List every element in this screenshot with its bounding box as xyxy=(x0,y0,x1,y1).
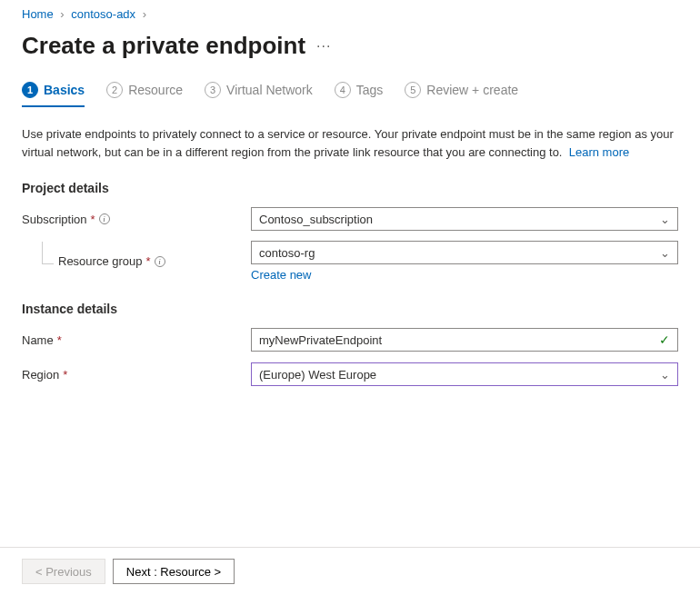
required-asterisk: * xyxy=(146,254,151,268)
row-name: Name * myNewPrivateEndpoint ✓ xyxy=(22,327,678,352)
label-name: Name xyxy=(22,333,54,347)
region-value: (Europe) West Europe xyxy=(259,368,376,382)
label-region: Region xyxy=(22,368,59,382)
tab-basics[interactable]: 1 Basics xyxy=(22,76,85,107)
more-icon[interactable]: ··· xyxy=(316,38,331,55)
step-number: 5 xyxy=(405,82,421,98)
name-input[interactable]: myNewPrivateEndpoint ✓ xyxy=(251,328,678,352)
tab-label: Resource xyxy=(128,83,183,97)
step-number: 4 xyxy=(335,82,351,98)
required-asterisk: * xyxy=(57,333,62,347)
breadcrumb-separator: › xyxy=(60,7,64,21)
page-title: Create a private endpoint xyxy=(22,32,305,60)
previous-button: < Previous xyxy=(22,559,105,584)
learn-more-link[interactable]: Learn more xyxy=(569,145,629,159)
chevron-down-icon: ⌄ xyxy=(660,213,670,226)
breadcrumb-separator: › xyxy=(143,7,146,21)
tab-virtual-network[interactable]: 3 Virtual Network xyxy=(205,76,313,107)
breadcrumb-home[interactable]: Home xyxy=(22,7,54,21)
tab-resource[interactable]: 2 Resource xyxy=(106,76,183,107)
info-icon[interactable]: i xyxy=(99,213,110,224)
label-subscription: Subscription xyxy=(22,213,87,226)
breadcrumb: Home › contoso-adx › xyxy=(0,0,700,28)
section-project-details: Project details xyxy=(22,181,678,195)
chevron-down-icon: ⌄ xyxy=(660,368,670,382)
tab-tags[interactable]: 4 Tags xyxy=(335,76,384,107)
breadcrumb-parent[interactable]: contoso-adx xyxy=(71,7,135,21)
tab-label: Tags xyxy=(356,83,384,97)
step-number: 3 xyxy=(205,82,221,98)
region-select[interactable]: (Europe) West Europe ⌄ xyxy=(251,362,678,386)
subscription-select[interactable]: Contoso_subscription ⌄ xyxy=(251,207,678,231)
chevron-down-icon: ⌄ xyxy=(660,246,670,260)
required-asterisk: * xyxy=(63,368,67,382)
section-instance-details: Instance details xyxy=(22,302,678,316)
step-number: 1 xyxy=(22,82,38,98)
next-button[interactable]: Next : Resource > xyxy=(113,559,235,584)
content-panel: Use private endpoints to privately conne… xyxy=(0,107,700,387)
step-number: 2 xyxy=(106,82,123,98)
tab-review-create[interactable]: 5 Review + create xyxy=(405,76,518,107)
required-asterisk: * xyxy=(91,213,95,226)
wizard-tabs: 1 Basics 2 Resource 3 Virtual Network 4 … xyxy=(0,76,700,107)
tab-label: Virtual Network xyxy=(226,83,313,97)
intro-text: Use private endpoints to privately conne… xyxy=(22,125,678,161)
footer-bar: < Previous Next : Resource > xyxy=(0,547,700,595)
row-region: Region * (Europe) West Europe ⌄ xyxy=(22,362,678,387)
info-icon[interactable]: i xyxy=(155,256,165,267)
row-resource-group: Resource group * i contoso-rg ⌄ Create n… xyxy=(22,241,678,282)
row-subscription: Subscription * i Contoso_subscription ⌄ xyxy=(22,206,678,232)
tab-label: Basics xyxy=(44,83,85,97)
tab-label: Review + create xyxy=(426,83,518,97)
name-value: myNewPrivateEndpoint xyxy=(259,333,382,347)
label-resource-group: Resource group xyxy=(58,254,143,268)
subscription-value: Contoso_subscription xyxy=(259,213,373,226)
resource-group-select[interactable]: contoso-rg ⌄ xyxy=(251,241,678,264)
create-new-link[interactable]: Create new xyxy=(251,268,311,282)
check-icon: ✓ xyxy=(659,332,670,347)
resource-group-value: contoso-rg xyxy=(259,246,315,260)
page-title-row: Create a private endpoint ··· xyxy=(0,28,700,76)
